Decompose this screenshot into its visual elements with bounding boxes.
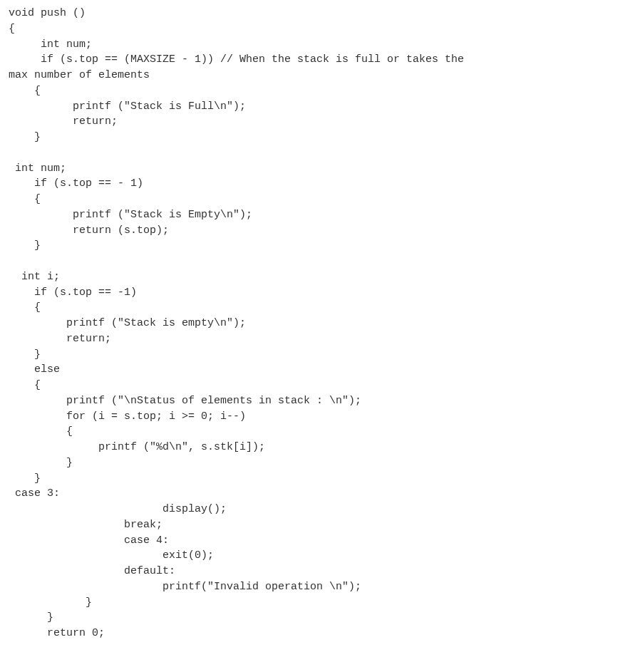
code-block: void push () { int num; if (s.top == (MA… <box>9 6 616 641</box>
